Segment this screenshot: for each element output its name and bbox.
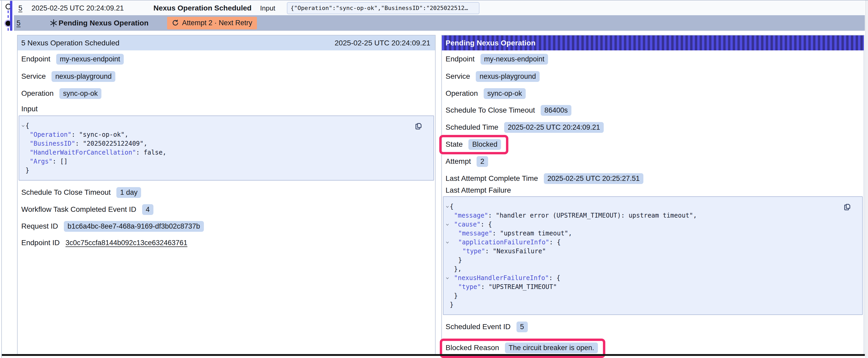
field-row-scheduled-event-id: Scheduled Event ID 5 — [445, 321, 528, 333]
field-value-chip: 86400s — [541, 105, 571, 116]
field-label: Endpoint — [445, 55, 475, 63]
json-key: "applicationFailureInfo" — [458, 238, 549, 246]
failure-json-viewer: {"message": "handler error (UPSTREAM_TIM… — [443, 196, 863, 315]
field-label: Request ID — [21, 222, 58, 230]
json-key: "message" — [458, 230, 492, 237]
json-key: "BusinessID" — [30, 140, 75, 147]
json-text: } — [450, 301, 454, 308]
timeline-connector — [8, 28, 9, 32]
field-row-endpoint: Endpoint my-nexus-endpoint — [445, 53, 548, 65]
retry-icon — [172, 20, 179, 27]
json-text: }, — [454, 265, 462, 273]
pending-id-link[interactable]: 5 — [17, 19, 21, 27]
field-value-chip: sync-op-ok — [484, 88, 526, 99]
field-label: Endpoint ID — [21, 238, 60, 247]
nexus-operation-icon — [50, 19, 58, 27]
json-text: : "handler error (UPSTREAM_TIMEOUT): ups… — [488, 212, 697, 219]
field-value-chip: nexus-playground — [52, 71, 115, 82]
page-left-border — [1, 0, 2, 358]
pending-operation-header: Pending Nexus Operation — [442, 35, 864, 51]
collapse-chevron-icon[interactable] — [445, 273, 450, 283]
json-code-line: "cause": { — [443, 220, 862, 229]
json-code-line: "BusinessID": "20250225122409", — [19, 139, 433, 148]
json-text: } — [454, 292, 458, 299]
json-code-line: { — [19, 121, 433, 130]
field-row-scheduled-time: Scheduled Time 2025-02-25 UTC 20:24:09.2… — [445, 121, 604, 133]
field-row-request-id: Request ID b1c6a4bc-8ee7-468a-9169-df3b0… — [21, 220, 204, 232]
field-row-operation: Operation sync-op-ok — [445, 88, 526, 99]
field-label: Workflow Task Completed Event ID — [21, 205, 136, 214]
json-text: : [] — [53, 158, 68, 165]
collapse-chevron-icon[interactable] — [445, 220, 450, 229]
collapse-chevron-icon[interactable] — [445, 202, 450, 211]
json-text: { — [26, 122, 29, 129]
json-text: : "UPSTREAM_TIMEOUT" — [481, 283, 557, 291]
field-label: Last Attempt Complete Time — [445, 174, 538, 183]
json-code-line: "applicationFailureInfo": { — [443, 238, 862, 247]
timeline-connector — [8, 10, 9, 19]
field-value-chip: nexus-playground — [476, 71, 539, 82]
json-code-line: } — [443, 256, 862, 265]
json-text: : "NexusFailure" — [485, 248, 546, 255]
event-row-pending[interactable]: 5 Pending Nexus Operation Attempt 2 · Ne… — [14, 15, 865, 31]
event-detail-header-time: 2025-02-25 UTC 20:24:09.21 — [335, 39, 430, 47]
json-key: "Operation" — [30, 131, 71, 138]
json-code-line: } — [19, 166, 433, 175]
json-code-line: "message": "upstream timeout", — [443, 229, 862, 238]
event-history-page: 5 2025-02-25 UTC 20:24:09.21 Nexus Opera… — [0, 0, 868, 358]
field-value-chip: 4 — [142, 204, 153, 215]
scrollbar-gutter[interactable] — [865, 1, 868, 358]
json-text: : { — [549, 238, 561, 246]
retry-badge: Attempt 2 · Next Retry — [167, 17, 257, 29]
field-row-wft-completed-event-id: Workflow Task Completed Event ID 4 — [21, 203, 153, 216]
collapse-chevron-icon[interactable] — [445, 238, 450, 247]
event-row-scheduled[interactable]: 5 2025-02-25 UTC 20:24:09.21 Nexus Opera… — [14, 1, 865, 15]
json-code-line: }, — [443, 265, 862, 273]
json-code-line: } — [443, 291, 862, 300]
json-code-line: "message": "handler error (UPSTREAM_TIME… — [443, 211, 862, 220]
page-top-border — [0, 0, 868, 1]
json-text: : false, — [136, 149, 166, 156]
copy-button[interactable] — [843, 203, 852, 211]
blocked-reason-value-chip: The circuit breaker is open. — [505, 343, 598, 353]
field-label: Blocked Reason — [445, 344, 499, 352]
field-value-chip: sync-op-ok — [59, 88, 101, 99]
retry-badge-label: Attempt 2 · Next Retry — [182, 19, 252, 27]
field-value-chip: my-nexus-endpoint — [480, 54, 548, 65]
event-input-preview-chip: {"Operation":"sync-op-ok","BusinessID":"… — [287, 2, 479, 14]
field-value-chip: 2 — [476, 156, 488, 167]
json-code-line: "nexusHandlerFailureInfo": { — [443, 273, 862, 283]
field-value-chip: my-nexus-endpoint — [56, 54, 124, 65]
field-value-chip: 2025-02-25 UTC 20:24:09.21 — [504, 122, 604, 133]
field-label: Scheduled Event ID — [445, 323, 511, 331]
selected-events-indicator-bar — [10, 1, 12, 31]
collapse-chevron-icon[interactable] — [21, 121, 26, 130]
field-row-endpoint-id: Endpoint ID 3c0c75ccfa8144b092c13ce63246… — [21, 237, 187, 249]
field-row-service: Service nexus-playground — [21, 70, 115, 83]
json-text: } — [26, 167, 29, 174]
json-text: : "sync-op-ok", — [71, 131, 128, 138]
field-label: Schedule To Close Timeout — [21, 188, 111, 197]
json-key: "HandlerWaitForCancellation" — [30, 149, 136, 156]
field-label: State — [445, 140, 463, 149]
field-label: Schedule To Close Timeout — [445, 106, 535, 115]
json-key: "type" — [462, 248, 485, 255]
event-id-link[interactable]: 5 — [19, 4, 22, 12]
field-row-attempt: Attempt 2 — [445, 155, 488, 167]
json-code-line: "HandlerWaitForCancellation": false, — [19, 148, 433, 157]
json-text: : { — [480, 221, 492, 228]
field-value-chip: 1 day — [116, 187, 141, 198]
json-code-line: "type": "UPSTREAM_TIMEOUT" — [443, 283, 862, 291]
field-row-service: Service nexus-playground — [445, 70, 539, 83]
json-key: "nexusHandlerFailureInfo" — [454, 274, 549, 282]
field-row-blocked-reason: Blocked Reason The circuit breaker is op… — [445, 342, 598, 354]
json-key: "message" — [454, 212, 488, 219]
failure-section-label: Last Attempt Failure — [445, 186, 511, 194]
field-row-schedule-to-close: Schedule To Close Timeout 86400s — [445, 104, 571, 116]
copy-button[interactable] — [414, 122, 423, 131]
json-code-line: } — [443, 300, 862, 309]
field-label: Scheduled Time — [445, 123, 498, 131]
field-label: Service — [445, 72, 470, 80]
endpoint-id-link[interactable]: 3c0c75ccfa8144b092c13ce632463761 — [65, 239, 187, 247]
json-code-line: "Operation": "sync-op-ok", — [19, 130, 433, 139]
